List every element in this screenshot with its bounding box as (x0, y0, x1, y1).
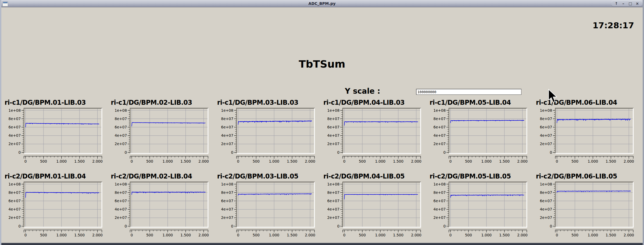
svg-text:1.000: 1.000 (269, 159, 279, 163)
svg-text:2.000: 2.000 (92, 233, 103, 237)
application-window: { "window": { "title": "ADC_BPM.py", "co… (0, 0, 644, 245)
plot-title: ri-c1/DG/BPM.05-LIB.04 (430, 99, 534, 107)
title-bar[interactable]: ADC_BPM.py ↑ – □ × (0, 0, 644, 7)
svg-text:1.500: 1.500 (287, 233, 297, 237)
svg-text:8e+07: 8e+07 (327, 117, 339, 121)
svg-text:0: 0 (237, 233, 239, 237)
svg-text:1.500: 1.500 (499, 159, 510, 163)
plot-cell: ri-c2/DG/BPM.06-LIB.05 1e+088e+076e+074e… (535, 172, 641, 245)
svg-text:4e+07: 4e+07 (327, 133, 339, 138)
svg-text:1.000: 1.000 (588, 159, 598, 163)
bpm-chart: 1e+088e+076e+074e+072e+07005001.0001.500… (323, 107, 425, 171)
svg-text:4e+07: 4e+07 (540, 133, 552, 138)
svg-text:8e+07: 8e+07 (434, 190, 446, 195)
plot-title: ri-c2/DG/BPM.05-LIB.05 (430, 172, 534, 180)
svg-text:0: 0 (231, 224, 233, 228)
svg-text:1.500: 1.500 (393, 233, 403, 237)
svg-text:2e+07: 2e+07 (327, 142, 339, 146)
svg-text:1e+08: 1e+08 (434, 182, 446, 186)
svg-text:6e+07: 6e+07 (327, 125, 339, 129)
svg-text:0: 0 (18, 224, 21, 228)
svg-text:500: 500 (146, 159, 153, 163)
plot-cell: ri-c1/DG/BPM.03-LIB.03 1e+088e+076e+074e… (216, 99, 322, 171)
svg-text:0: 0 (231, 150, 233, 155)
close-button[interactable]: × (635, 1, 640, 6)
svg-text:1.000: 1.000 (163, 233, 173, 237)
svg-text:4e+07: 4e+07 (9, 133, 21, 138)
svg-text:2e+07: 2e+07 (115, 215, 127, 220)
y-scale-input[interactable] (416, 89, 521, 95)
svg-text:0: 0 (125, 150, 127, 155)
minimize-button[interactable]: – (621, 1, 626, 6)
svg-text:2.000: 2.000 (92, 159, 103, 163)
svg-text:6e+07: 6e+07 (9, 199, 21, 203)
svg-text:8e+07: 8e+07 (9, 117, 21, 121)
svg-text:1e+08: 1e+08 (434, 108, 446, 113)
plot-title: ri-c1/DG/BPM.01-LIB.03 (5, 99, 109, 107)
svg-text:6e+07: 6e+07 (9, 125, 21, 129)
svg-text:2.000: 2.000 (624, 233, 634, 237)
svg-text:0: 0 (24, 159, 27, 163)
svg-text:4e+07: 4e+07 (540, 207, 552, 211)
svg-text:0: 0 (343, 233, 346, 237)
svg-text:4e+07: 4e+07 (221, 207, 233, 211)
bpm-chart: 1e+088e+076e+074e+072e+07005001.0001.500… (430, 180, 532, 245)
svg-text:2.000: 2.000 (199, 159, 209, 163)
svg-text:0: 0 (449, 159, 452, 163)
svg-text:1e+08: 1e+08 (115, 182, 127, 186)
svg-text:500: 500 (359, 233, 366, 237)
svg-text:8e+07: 8e+07 (540, 190, 552, 195)
svg-text:6e+07: 6e+07 (115, 199, 127, 203)
svg-text:1e+08: 1e+08 (115, 108, 127, 113)
svg-text:2.000: 2.000 (411, 233, 421, 237)
svg-text:1.500: 1.500 (606, 233, 616, 237)
plot-cell: ri-c2/DG/BPM.01-LIB.04 1e+088e+076e+074e… (3, 172, 109, 245)
svg-text:1.000: 1.000 (481, 159, 492, 163)
svg-text:0: 0 (337, 150, 339, 155)
svg-text:1.000: 1.000 (56, 233, 67, 237)
svg-text:4e+07: 4e+07 (434, 133, 446, 138)
svg-text:1.000: 1.000 (481, 233, 492, 237)
plot-title: ri-c2/DG/BPM.01-LIB.04 (5, 172, 109, 180)
svg-text:500: 500 (40, 159, 47, 163)
clock-display: 17:28:17 (593, 20, 634, 30)
svg-text:6e+07: 6e+07 (221, 199, 233, 203)
svg-text:0: 0 (550, 224, 552, 228)
bpm-chart: 1e+088e+076e+074e+072e+07005001.0001.500… (111, 107, 213, 171)
bpm-chart: 1e+088e+076e+074e+072e+07005001.0001.500… (5, 180, 107, 245)
plot-cell: ri-c1/DG/BPM.01-LIB.03 1e+088e+076e+074e… (3, 99, 109, 171)
svg-text:500: 500 (571, 233, 578, 237)
svg-text:2.000: 2.000 (624, 159, 634, 163)
plot-cell: ri-c2/DG/BPM.05-LIB.05 1e+088e+076e+074e… (428, 172, 534, 245)
svg-text:1.500: 1.500 (287, 159, 297, 163)
svg-text:1.500: 1.500 (74, 233, 85, 237)
svg-text:1.500: 1.500 (181, 159, 191, 163)
shade-button[interactable]: ↑ (614, 1, 619, 6)
y-scale-label: Y scale : (345, 87, 380, 96)
maximize-button[interactable]: □ (628, 1, 633, 6)
svg-text:2e+07: 2e+07 (221, 215, 233, 220)
svg-text:0: 0 (337, 224, 339, 228)
plot-title: ri-c2/DG/BPM.04-LIB.05 (323, 172, 428, 180)
svg-text:0: 0 (18, 150, 21, 155)
svg-text:6e+07: 6e+07 (540, 125, 552, 129)
plot-title: ri-c1/DG/BPM.04-LIB.03 (323, 99, 428, 107)
svg-text:2.000: 2.000 (517, 159, 528, 163)
svg-text:6e+07: 6e+07 (115, 125, 127, 129)
svg-text:500: 500 (465, 159, 472, 163)
svg-text:0: 0 (449, 233, 452, 237)
svg-text:1e+08: 1e+08 (9, 108, 21, 113)
plot-title: ri-c1/DG/BPM.06-LIB.04 (536, 99, 641, 107)
svg-text:1e+08: 1e+08 (327, 182, 339, 186)
svg-text:0: 0 (443, 150, 446, 155)
plot-cell: ri-c2/DG/BPM.02-LIB.04 1e+088e+076e+074e… (110, 172, 215, 245)
window-bottom-edge[interactable] (0, 243, 644, 245)
svg-text:4e+07: 4e+07 (221, 133, 233, 138)
svg-text:500: 500 (253, 159, 260, 163)
svg-text:4e+07: 4e+07 (9, 207, 21, 211)
bpm-chart: 1e+088e+076e+074e+072e+07005001.0001.500… (111, 180, 213, 245)
svg-text:0: 0 (556, 159, 558, 163)
svg-text:0: 0 (125, 224, 127, 228)
svg-text:0: 0 (343, 159, 346, 163)
svg-text:2.000: 2.000 (305, 233, 315, 237)
